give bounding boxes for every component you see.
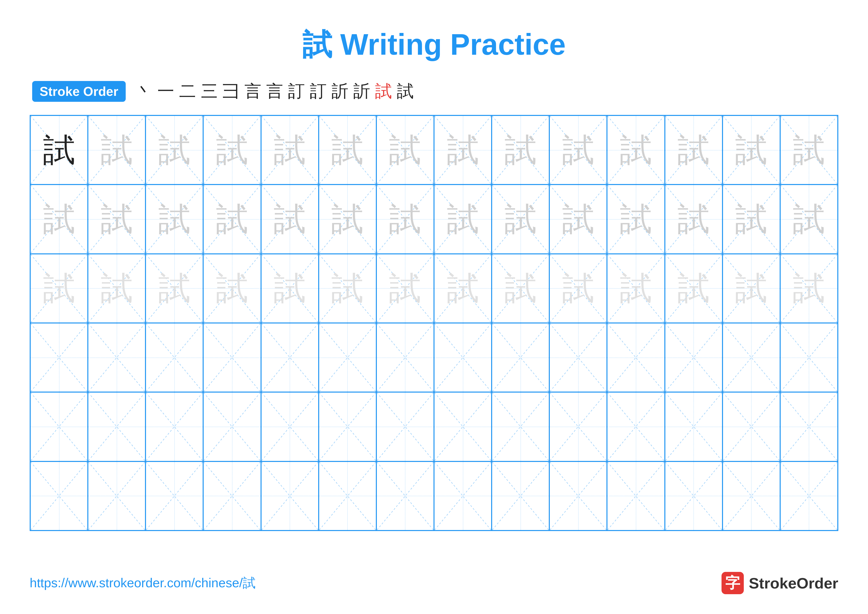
grid-cell[interactable]: 試 [261, 185, 319, 253]
grid-cell[interactable]: 試 [491, 115, 549, 185]
grid-cell[interactable] [607, 392, 665, 461]
grid-cell[interactable]: 試 [607, 254, 665, 323]
grid-cell[interactable] [377, 323, 434, 392]
grid-cell[interactable]: 試 [665, 115, 722, 185]
grid-cell[interactable]: 試 [434, 185, 491, 253]
grid-cell[interactable]: 試 [261, 115, 319, 185]
grid-cell[interactable]: 試 [203, 254, 261, 323]
grid-cell[interactable]: 試 [319, 115, 377, 185]
grid-cell[interactable] [491, 392, 549, 461]
grid-cell[interactable] [665, 462, 722, 530]
grid-cell[interactable]: 試 [780, 115, 838, 185]
practice-char: 試 [274, 134, 306, 166]
grid-cell[interactable] [319, 323, 377, 392]
grid-cell[interactable]: 試 [607, 115, 665, 185]
practice-char: 試 [447, 203, 479, 235]
grid-cell[interactable]: 試 [203, 185, 261, 253]
grid-cell[interactable]: 試 [203, 115, 261, 185]
grid-cell[interactable]: 試 [722, 185, 780, 253]
grid-cell[interactable] [319, 462, 377, 530]
grid-cell[interactable]: 試 [377, 254, 434, 323]
grid-cell[interactable] [146, 323, 203, 392]
footer-logo: 字 StrokeOrder [722, 572, 838, 594]
grid-cell[interactable] [30, 392, 88, 461]
grid-cell[interactable] [30, 462, 88, 530]
grid-cell[interactable]: 試 [549, 254, 607, 323]
grid-cell[interactable]: 試 [319, 185, 377, 253]
grid-cell[interactable]: 試 [549, 185, 607, 253]
practice-char: 試 [677, 134, 710, 166]
grid-cell[interactable] [665, 392, 722, 461]
stroke-11: 訢 [353, 80, 370, 103]
grid-cell[interactable]: 試 [434, 115, 491, 185]
grid-cell[interactable] [607, 462, 665, 530]
grid-cell[interactable] [491, 462, 549, 530]
grid-cell[interactable]: 試 [722, 254, 780, 323]
grid-cell[interactable] [722, 462, 780, 530]
grid-cell[interactable] [88, 323, 146, 392]
grid-cell[interactable] [377, 392, 434, 461]
grid-cell[interactable]: 試 [146, 185, 203, 253]
grid-cell[interactable]: 試 [780, 254, 838, 323]
practice-char: 試 [505, 134, 537, 166]
grid-cell[interactable]: 試 [722, 115, 780, 185]
grid-cell[interactable]: 試 [146, 254, 203, 323]
grid-cell[interactable] [434, 392, 491, 461]
grid-cell[interactable]: 試 [665, 254, 722, 323]
grid-cell[interactable] [491, 323, 549, 392]
grid-cell[interactable]: 試 [377, 115, 434, 185]
stroke-9: 訂 [310, 80, 327, 103]
practice-char: 試 [562, 203, 594, 235]
grid-cell[interactable] [88, 392, 146, 461]
practice-char: 試 [677, 272, 710, 305]
grid-cell[interactable]: 試 [665, 185, 722, 253]
grid-cell[interactable] [780, 392, 838, 461]
grid-cell[interactable]: 試 [607, 185, 665, 253]
grid-cell[interactable] [261, 392, 319, 461]
grid-cell[interactable] [88, 462, 146, 530]
grid-cell[interactable]: 試 [88, 115, 146, 185]
grid-cell[interactable] [261, 462, 319, 530]
grid-cell[interactable]: 試 [146, 115, 203, 185]
grid-cell[interactable]: 試 [491, 185, 549, 253]
grid-cell[interactable] [146, 462, 203, 530]
grid-cell[interactable]: 試 [491, 254, 549, 323]
grid-cell[interactable] [146, 392, 203, 461]
grid-cell[interactable] [549, 323, 607, 392]
grid-cell[interactable] [434, 323, 491, 392]
grid-cell[interactable] [780, 323, 838, 392]
grid-cell[interactable]: 試 [30, 185, 88, 253]
footer: https://www.strokeorder.com/chinese/試 字 … [30, 572, 838, 594]
grid-cell[interactable]: 試 [88, 254, 146, 323]
grid-cell[interactable] [549, 392, 607, 461]
grid-cell[interactable] [722, 392, 780, 461]
grid-cell[interactable] [665, 323, 722, 392]
grid-cell[interactable]: 試 [30, 115, 88, 185]
grid-cell[interactable] [780, 462, 838, 530]
grid-cell[interactable]: 試 [549, 115, 607, 185]
grid-cell[interactable]: 試 [434, 254, 491, 323]
stroke-10: 訢 [332, 80, 349, 103]
grid-cell[interactable]: 試 [261, 254, 319, 323]
grid-cell[interactable] [607, 323, 665, 392]
practice-char: 試 [274, 203, 306, 235]
grid-cell[interactable] [722, 323, 780, 392]
grid-cell[interactable] [434, 462, 491, 530]
title-char: 試 [302, 28, 332, 61]
grid-cell[interactable] [319, 392, 377, 461]
grid-cell[interactable]: 試 [88, 185, 146, 253]
grid-cell[interactable] [30, 323, 88, 392]
grid-cell[interactable] [377, 462, 434, 530]
grid-cell[interactable] [549, 462, 607, 530]
grid-cell[interactable] [203, 392, 261, 461]
practice-char: 試 [216, 272, 248, 305]
grid-cell[interactable] [261, 323, 319, 392]
grid-cell[interactable]: 試 [377, 185, 434, 253]
footer-logo-text: StrokeOrder [749, 574, 838, 592]
grid-cell[interactable]: 試 [319, 254, 377, 323]
grid-cell[interactable]: 試 [780, 185, 838, 253]
grid-cell[interactable] [203, 462, 261, 530]
page: 試 Writing Practice Stroke Order 丶 一 二 三 … [0, 0, 868, 614]
grid-cell[interactable]: 試 [30, 254, 88, 323]
grid-cell[interactable] [203, 323, 261, 392]
